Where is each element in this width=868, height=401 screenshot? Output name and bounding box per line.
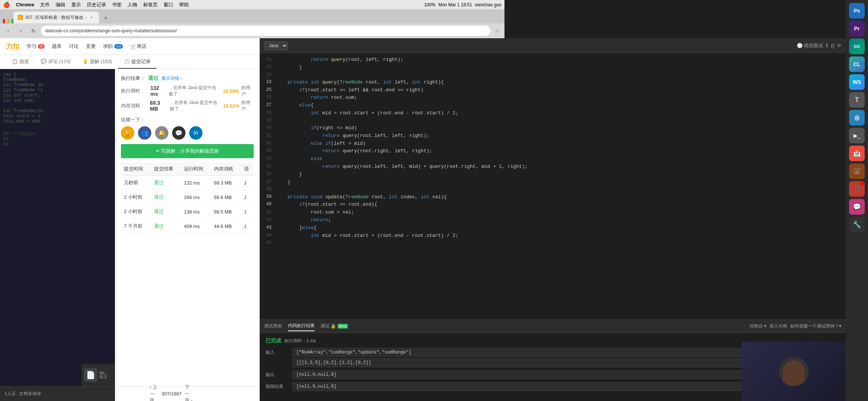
nav-discuss[interactable]: 讨论 bbox=[69, 43, 79, 50]
dock-chrome[interactable]: ⊕ bbox=[849, 110, 865, 125]
cell-result[interactable]: 通过 bbox=[151, 176, 181, 190]
social-icon-1[interactable]: 🏆 bbox=[121, 126, 134, 140]
bg-code-line: lic TreeNode le bbox=[3, 82, 112, 88]
social-icon-4[interactable]: 💬 bbox=[172, 126, 185, 140]
cell-result[interactable]: 通过 bbox=[151, 205, 181, 219]
back-button[interactable]: ‹ bbox=[3, 26, 13, 36]
line-number: 40 bbox=[263, 201, 276, 208]
dock-text[interactable]: T bbox=[849, 92, 865, 108]
share-solution-button[interactable]: ✏ 写题解，分享我的解题思路 bbox=[121, 144, 254, 158]
how-to-test[interactable]: 如何创建一个测试用例？▾ bbox=[790, 323, 841, 329]
bg-code-line: this.end = end bbox=[3, 119, 112, 124]
code-line: 26 return root.sum; bbox=[260, 94, 846, 102]
help-menu[interactable]: 帮助 bbox=[179, 1, 189, 8]
right-dock: Ps Pr GO CL WS T ⊕ ▶_ 📅 🐻 🎵 💬 🔧 bbox=[846, 0, 868, 401]
fill-example-link[interactable]: 填入示例 bbox=[769, 323, 787, 329]
cell-memory: 69.3 MB bbox=[211, 176, 241, 190]
code-line: 42 return; bbox=[260, 216, 846, 224]
beta-badge: Beta bbox=[338, 324, 348, 329]
nav-jobs[interactable]: 求职 548 bbox=[103, 43, 123, 50]
nav-shop[interactable]: 🛒 商店 bbox=[130, 43, 147, 50]
view-menu[interactable]: 显示 bbox=[71, 1, 81, 8]
datetime: Mon Mar 1 18:51 bbox=[438, 2, 472, 7]
share-label: 炫耀一下： bbox=[121, 117, 254, 123]
nav-problems[interactable]: 题库 bbox=[52, 43, 62, 50]
next-problem-button[interactable]: 下一题 › bbox=[185, 389, 194, 398]
dock-wechat[interactable]: 💬 bbox=[849, 199, 865, 215]
debug-tab[interactable]: 调试 🔒 Beta bbox=[320, 322, 348, 331]
table-row[interactable]: 7 个月前 通过 409 ms 44.6 MB J bbox=[121, 219, 254, 234]
format-icon[interactable]: {} bbox=[831, 43, 834, 48]
cell-time: 2 小时前 bbox=[121, 190, 151, 205]
prev-problem-button[interactable]: ‹ 上一题 bbox=[149, 389, 158, 398]
refresh-button[interactable]: ↻ bbox=[28, 26, 39, 36]
cell-lang: J bbox=[241, 205, 254, 219]
settings-icon[interactable]: ⟳ bbox=[837, 43, 841, 48]
language-select[interactable]: Java bbox=[264, 41, 288, 50]
tab-submissions[interactable]: 🕐提交记录 bbox=[118, 55, 157, 69]
dock-photoshop[interactable]: Ps bbox=[849, 3, 865, 19]
col-time: 提交时间 bbox=[121, 163, 151, 176]
code-editor[interactable]: 21 return query(root, left, right);22 }2… bbox=[260, 53, 846, 319]
edit-menu[interactable]: 编辑 bbox=[56, 1, 65, 8]
code-line: 39 private void update(TreeNode root, in… bbox=[260, 193, 846, 201]
testcase-tab[interactable]: 测试用例 bbox=[264, 322, 282, 331]
dock-webstorm[interactable]: WS bbox=[849, 74, 865, 90]
apple-icon[interactable]: 🍎 bbox=[3, 1, 10, 8]
history-menu[interactable]: 历史记录 bbox=[87, 1, 106, 8]
active-tab[interactable]: L 307. 区域和检索 - 数组可修改 - × bbox=[13, 12, 99, 23]
tab-description[interactable]: 📋描述 bbox=[6, 55, 35, 69]
result-detail-link[interactable]: 显示详情 › bbox=[161, 75, 182, 82]
dock-premiere[interactable]: Pr bbox=[849, 21, 865, 36]
result-status: 通过 bbox=[148, 75, 158, 82]
simulate-interview-btn[interactable]: 🕐 模拟面试 bbox=[797, 42, 823, 49]
line-number: 45 bbox=[263, 239, 276, 247]
line-content: int mid = root.start + (root.end - root.… bbox=[276, 232, 458, 240]
chrome-menu[interactable]: Chrome bbox=[16, 2, 34, 7]
tab-solutions[interactable]: 💡题解 (153) bbox=[76, 55, 118, 69]
code-line: 34 else bbox=[260, 155, 846, 163]
cell-result[interactable]: 通过 bbox=[151, 190, 181, 205]
problem-tabs: 📋描述 💬评论 (173) 💡题解 (153) 🕐提交记录 bbox=[0, 55, 260, 69]
dock-goland[interactable]: GO bbox=[849, 39, 865, 54]
people-menu[interactable]: 人物 bbox=[128, 1, 137, 8]
address-input[interactable] bbox=[41, 26, 490, 36]
tab-comments[interactable]: 💬评论 (173) bbox=[35, 55, 76, 69]
line-content: return query(root, left, right); bbox=[276, 56, 403, 64]
cell-result[interactable]: 通过 bbox=[151, 219, 181, 234]
line-number: 23 bbox=[263, 72, 276, 79]
bookmark-icon[interactable]: ☆ bbox=[493, 26, 502, 35]
dock-calendar[interactable]: 📅 bbox=[849, 146, 865, 161]
social-icon-3[interactable]: 🔔 bbox=[155, 126, 168, 140]
table-row[interactable]: 2 小时前 通过 138 ms 69.5 MB J bbox=[121, 205, 254, 219]
line-content: private int query(TreeNode root, int lef… bbox=[276, 79, 444, 87]
exec-result-tab[interactable]: 代码执行结果 bbox=[288, 321, 315, 331]
line-number: 27 bbox=[263, 102, 276, 109]
dock-misc[interactable]: 🔧 bbox=[849, 217, 865, 232]
console-label[interactable]: 控制台 ▾ bbox=[750, 323, 766, 329]
window-menu[interactable]: 窗口 bbox=[164, 1, 173, 8]
bg-code-line: lic int start, bbox=[3, 93, 112, 98]
social-icon-linkedin[interactable]: in bbox=[189, 126, 203, 140]
line-content: } bbox=[276, 171, 302, 179]
forward-button[interactable]: › bbox=[16, 26, 26, 36]
nav-contest[interactable]: 竞赛 bbox=[86, 43, 96, 50]
dock-bear[interactable]: 🐻 bbox=[849, 163, 865, 179]
dock-clion[interactable]: CL bbox=[849, 56, 865, 72]
tab-close-button[interactable]: × bbox=[89, 14, 95, 20]
info-icon[interactable]: ℹ bbox=[826, 43, 828, 48]
table-row[interactable]: 2 小时前 通过 166 ms 69.6 MB J bbox=[121, 190, 254, 205]
dock-terminal[interactable]: ▶_ bbox=[849, 128, 865, 143]
file-menu[interactable]: 文件 bbox=[40, 1, 50, 8]
table-row[interactable]: 几秒前 通过 132 ms 69.3 MB J bbox=[121, 176, 254, 190]
lc-logo[interactable]: 力扣 bbox=[6, 42, 19, 51]
mac-right-status: 100% Mon Mar 1 18:51 wenchao guo bbox=[424, 2, 502, 7]
mem-value: 69.3 MB bbox=[150, 100, 168, 112]
nav-study[interactable]: 学习 39 bbox=[27, 43, 45, 50]
bookmarks-menu[interactable]: 书签 bbox=[112, 1, 122, 8]
tab-menu[interactable]: 标签页 bbox=[143, 1, 158, 8]
new-tab-button[interactable]: + bbox=[101, 13, 111, 23]
social-icon-2[interactable]: 👥 bbox=[138, 126, 151, 140]
dock-music[interactable]: 🎵 bbox=[849, 181, 865, 197]
tab-title: 307. 区域和检索 - 数组可修改 - bbox=[25, 14, 86, 21]
